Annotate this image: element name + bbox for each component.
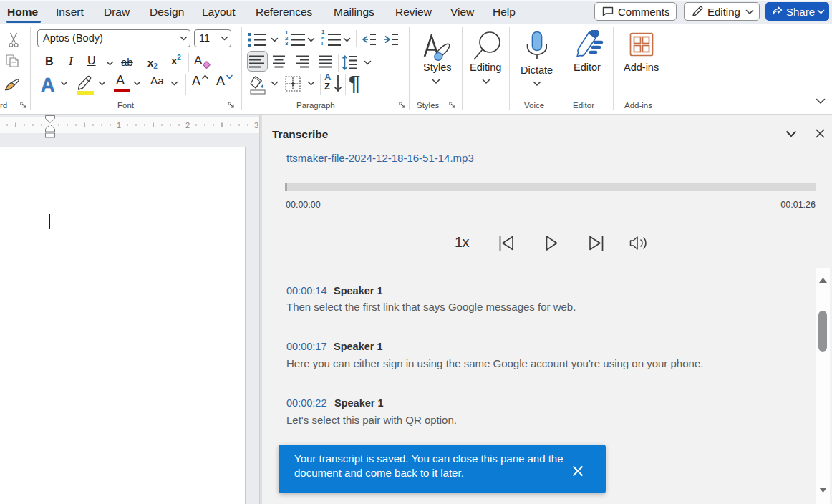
svg-text:1: 1	[117, 121, 121, 130]
svg-text:3: 3	[254, 121, 258, 130]
svg-text:2: 2	[185, 121, 190, 130]
